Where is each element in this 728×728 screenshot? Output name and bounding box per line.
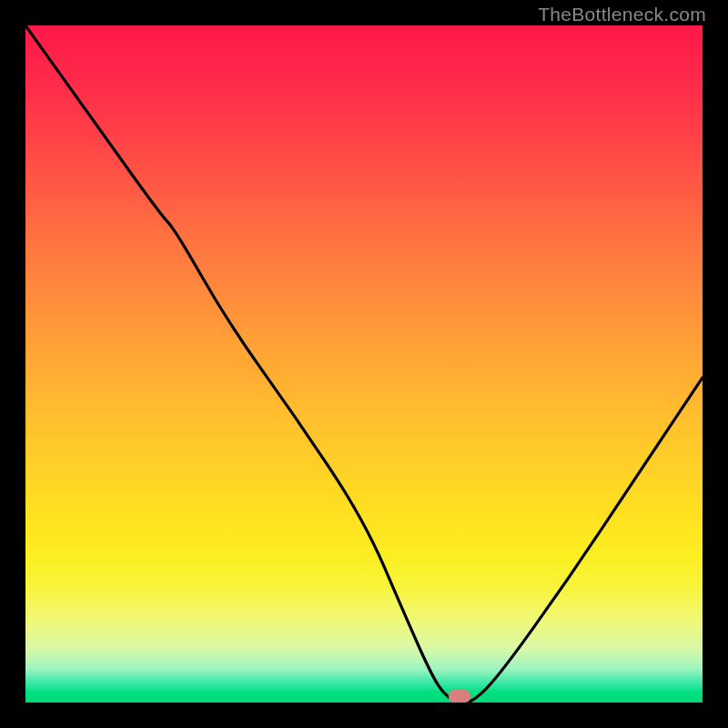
plot-area xyxy=(25,25,703,703)
watermark-text: TheBottleneck.com xyxy=(538,4,706,25)
bottleneck-curve-svg xyxy=(25,25,703,703)
minimum-marker xyxy=(449,690,470,703)
chart-container: TheBottleneck.com xyxy=(0,0,728,728)
bottleneck-curve-path xyxy=(25,25,703,703)
